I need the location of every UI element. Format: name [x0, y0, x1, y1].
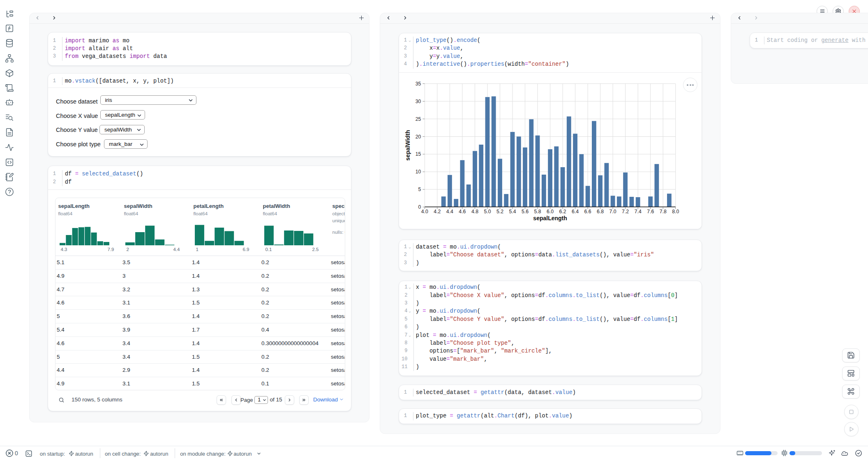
- svg-text:4.0: 4.0: [421, 209, 428, 214]
- svg-text:6.4: 6.4: [572, 209, 579, 214]
- svg-text:7.8: 7.8: [660, 209, 667, 214]
- svg-text:4.4: 4.4: [446, 209, 453, 214]
- svg-text:25: 25: [416, 116, 421, 122]
- svg-text:8.0: 8.0: [672, 209, 679, 214]
- svg-text:35: 35: [416, 81, 421, 87]
- svg-text:30: 30: [416, 99, 421, 104]
- svg-text:10: 10: [416, 169, 421, 175]
- svg-text:7.6: 7.6: [647, 209, 654, 214]
- svg-text:0: 0: [418, 204, 421, 210]
- svg-text:6.6: 6.6: [584, 209, 591, 214]
- svg-text:7.4: 7.4: [635, 209, 642, 214]
- svg-text:5.2: 5.2: [496, 209, 503, 214]
- svg-text:6.2: 6.2: [559, 209, 566, 214]
- svg-text:4.2: 4.2: [434, 209, 441, 214]
- svg-text:6.0: 6.0: [547, 209, 554, 214]
- svg-text:20: 20: [416, 134, 421, 140]
- svg-text:7.0: 7.0: [609, 209, 616, 214]
- svg-text:7.2: 7.2: [622, 209, 629, 214]
- svg-text:sepalWidth: sepalWidth: [404, 130, 411, 161]
- svg-text:5.6: 5.6: [522, 209, 529, 214]
- svg-text:5.8: 5.8: [534, 209, 541, 214]
- svg-text:5.0: 5.0: [484, 209, 491, 214]
- svg-text:sepalLength: sepalLength: [533, 215, 567, 221]
- svg-text:5: 5: [418, 187, 421, 192]
- svg-text:4.6: 4.6: [459, 209, 466, 214]
- svg-text:4.8: 4.8: [471, 209, 478, 214]
- svg-text:5.4: 5.4: [509, 209, 516, 214]
- svg-text:15: 15: [416, 151, 421, 157]
- svg-text:6.8: 6.8: [597, 209, 604, 214]
